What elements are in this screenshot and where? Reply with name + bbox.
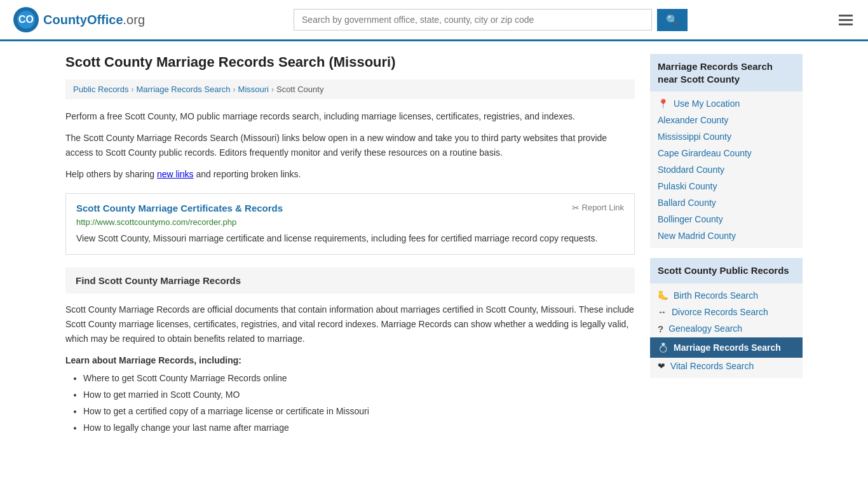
breadcrumb-sep: › [233,85,236,94]
bullet-list: Where to get Scott County Marriage Recor… [65,372,635,435]
logo-text: CountyOffice.org [43,13,145,27]
sidebar-item-birth-records[interactable]: 🦶 Birth Records Search [650,287,803,304]
intro-paragraph-1: Perform a free Scott County, MO public m… [65,109,635,123]
public-records-section: Scott County Public Records 🦶 Birth Reco… [650,258,803,378]
intro-paragraph-3: Help others by sharing new links and rep… [65,167,635,181]
site-header: CO CountyOffice.org 🔍 [0,0,868,41]
breadcrumb-sep: › [131,85,133,94]
sidebar-item-cape-girardeau-county[interactable]: Cape Girardeau County [650,145,803,161]
list-item: How to legally change your last name aft… [83,421,635,435]
sidebar-item-divorce-records[interactable]: ↔ Divorce Records Search [650,304,803,320]
nearby-section-title: Marriage Records Search near Scott Count… [650,54,803,92]
hamburger-line [839,19,853,21]
divorce-icon: ↔ [658,307,667,317]
resource-description: View Scott County, Missouri marriage cer… [76,232,624,245]
body-text: Scott County Marriage Records are offici… [65,302,635,346]
sidebar-item-vital-records[interactable]: ❤ Vital Records Search [650,358,803,374]
breadcrumb-public-records[interactable]: Public Records [73,85,128,94]
search-button[interactable]: 🔍 [657,9,688,31]
sidebar-item-bollinger-county[interactable]: Bollinger County [650,211,803,227]
find-section-title: Find Scott County Marriage Records [76,275,625,286]
sidebar-item-ballard-county[interactable]: Ballard County [650,194,803,211]
genealogy-icon: ? [658,323,663,334]
search-input[interactable] [294,9,652,30]
search-icon: 🔍 [666,15,679,25]
resource-card: Scott County Marriage Certificates & Rec… [65,193,635,255]
list-item: How to get married in Scott County, MO [83,388,635,402]
scissors-icon: ✂ [572,203,580,213]
hamburger-menu-button[interactable] [836,12,855,28]
hamburger-line [839,15,853,17]
sidebar-item-genealogy[interactable]: ? Genealogy Search [650,320,803,337]
search-area: 🔍 [294,9,688,31]
sidebar-item-alexander-county[interactable]: Alexander County [650,112,803,128]
breadcrumb-sep: › [271,85,274,94]
intro-paragraph-2: The Scott County Marriage Records Search… [65,131,635,159]
sidebar-item-pulaski-county[interactable]: Pulaski County [650,178,803,194]
find-section-box: Find Scott County Marriage Records [65,268,635,294]
report-link[interactable]: ✂ Report Link [572,203,624,213]
breadcrumb-missouri[interactable]: Missouri [238,85,269,94]
page-container: Scott County Marriage Records Search (Mi… [53,41,815,457]
sidebar-item-stoddard-county[interactable]: Stoddard County [650,161,803,178]
location-pin-icon: 📍 [658,98,668,109]
svg-text:CO: CO [18,14,34,25]
sidebar: Marriage Records Search near Scott Count… [650,54,803,438]
breadcrumb-marriage-records[interactable]: Marriage Records Search [136,85,230,94]
resource-url: http://www.scottcountymo.com/recorder.ph… [76,217,624,227]
marriage-icon: 💍 [658,342,668,353]
sidebar-item-marriage-records-active[interactable]: 💍 Marriage Records Search [650,337,803,358]
birth-icon: 🦶 [658,290,668,301]
list-item: Where to get Scott County Marriage Recor… [83,372,635,385]
page-title: Scott County Marriage Records Search (Mi… [65,54,635,71]
nearby-section: Marriage Records Search near Scott Count… [650,54,803,248]
sidebar-item-use-my-location[interactable]: 📍 Use My Location [650,95,803,112]
resource-card-header: Scott County Marriage Certificates & Rec… [76,203,624,214]
breadcrumb-current: Scott County [276,85,323,94]
sidebar-item-mississippi-county[interactable]: Mississippi County [650,128,803,145]
use-my-location-link[interactable]: Use My Location [674,98,740,109]
logo-icon: CO [13,6,39,33]
main-content: Scott County Marriage Records Search (Mi… [65,54,635,438]
resource-title-link[interactable]: Scott County Marriage Certificates & Rec… [76,203,283,214]
public-records-list: 🦶 Birth Records Search ↔ Divorce Records… [650,283,803,378]
logo-area: CO CountyOffice.org [13,6,145,33]
hamburger-line [839,24,853,25]
public-records-section-title: Scott County Public Records [650,258,803,283]
list-item: How to get a certified copy of a marriag… [83,405,635,418]
breadcrumb: Public Records › Marriage Records Search… [65,79,635,99]
vital-icon: ❤ [658,361,665,371]
sidebar-item-new-madrid-county[interactable]: New Madrid County [650,227,803,244]
learn-heading: Learn about Marriage Records, including: [65,355,635,365]
new-links-link[interactable]: new links [157,169,194,179]
nearby-list: 📍 Use My Location Alexander County Missi… [650,92,803,248]
